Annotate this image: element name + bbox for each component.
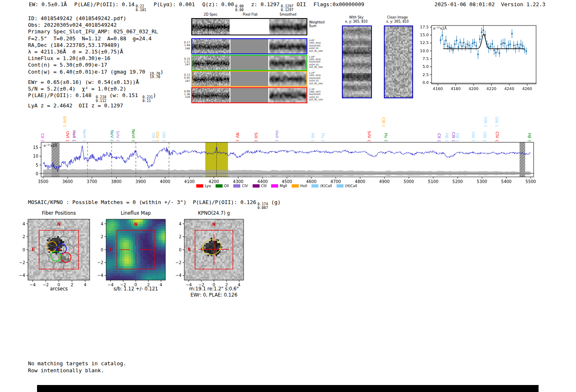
zoom-data-point: [511, 33, 513, 35]
zoom-data-point: [461, 45, 463, 47]
main-y-tick-label: 5: [36, 163, 38, 167]
zoom-y-tick-label: 5.0: [423, 64, 429, 69]
legend-swatch: [233, 184, 240, 188]
main-x-tick-label: 4900: [379, 179, 390, 184]
zoom-data-point: [459, 42, 461, 43]
lineflux-map-image: [106, 219, 165, 280]
legend-label: OII: [224, 184, 229, 188]
legend-swatch: [196, 184, 203, 188]
zoom-data-point: [472, 42, 474, 44]
spec2d-right-label-3: 1.24"(365, 819)20220305v024_03025_RL_090: [309, 72, 330, 85]
spec2d-right-label-4: 1.38"(368, 987)20220305v024_03025_RL_109: [309, 88, 330, 101]
main-x-tick-label: 5400: [501, 179, 511, 184]
legend-item-kcaii: (K)CaII: [311, 184, 332, 188]
zoom-data-point: [443, 44, 445, 45]
main-x-tick-label: 4500: [282, 179, 292, 184]
main-x-tick-label: 5000: [404, 179, 414, 184]
noise-image-canvas: [192, 19, 230, 35]
spec2d-cell-pixelflat: [230, 19, 268, 35]
zoom-x-tick-label: 4180: [451, 86, 461, 91]
kpno-caption-1: m:19.1 re:1.2" s:0.6": [176, 286, 252, 292]
spec2d-cell-pixelflat: [230, 72, 268, 86]
noise-image-canvas: [269, 88, 307, 102]
zoom-data-point: [502, 42, 504, 44]
spec2d-cell-smoothed: [269, 72, 307, 86]
emission-line-label-nevi-7: NeVI {: [131, 129, 136, 142]
noise-image-canvas: [192, 72, 230, 86]
spec2d-cell-smoothed: [269, 88, 307, 102]
uncertainty-low: 0.087: [258, 206, 268, 210]
fiber-detail-value: 025_RL_090: [309, 82, 330, 85]
zoom-data-point: [504, 42, 506, 44]
noise-image-canvas: [269, 19, 307, 35]
zoom-x-tick-label: 4160: [433, 86, 443, 91]
legend-item-oii: OII: [216, 184, 229, 188]
legend-label: Lyα: [205, 184, 211, 188]
header-item-5-text-0: Flags:0x00000009: [314, 1, 364, 7]
kpno-caption-2: EWr: 0, PLAE: 0.126: [176, 292, 252, 298]
lineflux-y-tick-label: 0: [101, 248, 103, 252]
clean-image-cutout: [384, 26, 413, 98]
full-spectrum-path: [43, 146, 531, 171]
zoom-data-point: [440, 39, 441, 41]
zoom-data-point: [518, 47, 520, 49]
zoom-x-tick-label: 4220: [486, 86, 496, 91]
fiber-weight-value: 247: [180, 80, 190, 83]
zoom-y-tick-label: 10.0: [420, 49, 429, 53]
emission-line-label-hβ-20: Hβ {: [445, 133, 449, 142]
zoom-data-point: [506, 48, 507, 49]
mosaic-match-line: MOSAIC/KPNO : Possible Matches = 0 (with…: [28, 199, 281, 209]
noise-image-canvas: [192, 88, 230, 102]
zoom-data-point: [509, 44, 511, 45]
fiber-y-tick-label: 0: [23, 248, 25, 252]
spec2d-col-title-0: 2D Spec: [192, 13, 229, 16]
spec2d-right-label-2: 1.04"(365, 819)20220305v024_02025_RL_090: [309, 56, 330, 69]
emission-line-label-ciii-17: CIII {: [381, 117, 386, 127]
report-timestamp: 2025-01-06 08:01:02: [434, 1, 495, 7]
emission-line-label-oiii-10: OIII {: [162, 132, 166, 142]
spec2d-left-label-2: 0.151.51247: [180, 58, 190, 67]
emission-line-label-nevi-4: NeVI {: [82, 129, 87, 142]
spec2d-left-label-4: 0.091.36228: [180, 90, 190, 99]
zoom-data-point: [479, 38, 481, 40]
zoom-data-point: [470, 48, 472, 49]
zoom-data-point: [481, 31, 483, 33]
header-summary-line: EW: 0.5±0.1ÅP(LAE)/P(OII): 0.140.220.101…: [29, 1, 364, 12]
zoom-data-point: [484, 34, 486, 36]
header-item-1: P(LAE)/P(OII): 0.140.220.101: [74, 1, 146, 12]
main-x-tick-label: 3600: [63, 179, 73, 184]
main-x-tick-label: 5200: [453, 179, 463, 184]
zoom-data-point: [483, 30, 484, 31]
main-units-annotation: e⁻¹⁷x2Å: [44, 143, 57, 148]
main-y-tick-label: 0: [36, 172, 38, 176]
emission-line-label-heii-13: HeII {: [275, 130, 279, 142]
spec2d-row-weighted-sum: [191, 18, 307, 35]
zoom-data-point: [490, 46, 491, 47]
zoom-data-point: [497, 48, 499, 50]
info-line-6-text-0: λ = 4211.36Å σ = 2.15(±0.75)Å: [28, 49, 123, 55]
zoom-data-point: [515, 48, 516, 49]
fiber-detail-value: 025_RL_090: [309, 66, 330, 68]
zoom-data-point: [468, 45, 470, 46]
zoom-data-point: [516, 44, 518, 45]
noise-image-canvas: [269, 56, 307, 70]
zoom-plot-frame: [432, 26, 536, 84]
header-item-0-text-0: EW: 0.5±0.1Å: [29, 1, 67, 7]
info-line-12-text-0: P(LAE)/P(OII): 0.148: [28, 92, 95, 98]
zoom-data-point: [477, 53, 479, 55]
main-y-tick-label: 15: [33, 145, 38, 150]
legend-swatch: [271, 184, 278, 188]
main-x-tick-label: 3500: [38, 179, 48, 184]
main-x-tick-label: 4600: [306, 179, 316, 184]
line-solution-highlight-band: [205, 142, 228, 177]
info-line-5-text-0: RA,Dec (184.223785,53.179489): [28, 42, 120, 48]
zoom-data-point: [493, 49, 495, 51]
main-x-tick-label: 4200: [209, 179, 219, 184]
uncertainty-low: 0.101: [136, 8, 146, 12]
zoom-x-tick-label: 4260: [522, 86, 532, 91]
spec2d-cell-raw: [192, 39, 230, 53]
spec2d-row-fiber-3: [191, 71, 307, 87]
main-x-tick-label: 4000: [160, 179, 170, 184]
fiber-xlabel: arcsecs: [28, 286, 90, 292]
zoom-data-point: [520, 44, 522, 45]
